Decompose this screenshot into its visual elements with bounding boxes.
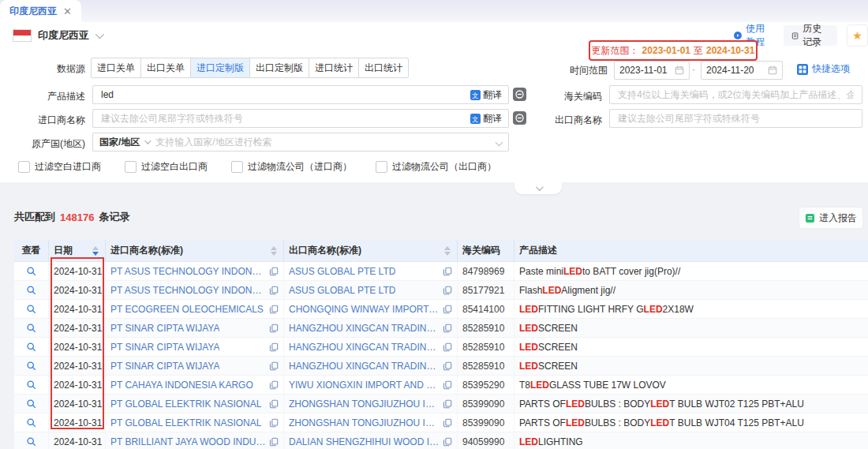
sort-asc-icon[interactable] <box>92 246 99 250</box>
tab-close-icon[interactable]: ✕ <box>63 6 72 17</box>
filter-checkbox-1[interactable]: 过滤空白出口商 <box>125 160 208 174</box>
copy-button[interactable] <box>266 305 279 314</box>
origin-type-select[interactable]: 国家/地区 <box>99 136 149 149</box>
importer-link[interactable]: PT ASUS TECHNOLOGY INDONESIA BA... <box>110 266 266 277</box>
copy-button[interactable] <box>266 418 279 428</box>
importer-link[interactable]: PT SINAR CIPTA WIJAYA <box>110 342 219 353</box>
exporter-link[interactable]: CHONGQING WINWAY IMPORT AND E... <box>289 304 440 315</box>
history-button[interactable]: 历史记录 <box>784 25 837 46</box>
copy-button[interactable] <box>266 380 279 390</box>
sort-asc-icon[interactable] <box>444 246 451 250</box>
end-date-input[interactable]: 2024-11-20 <box>701 61 783 80</box>
exporter-link[interactable]: YIWU XIONGXIN IMPORT AND EXPORT... <box>289 380 440 391</box>
filter-checkbox-3[interactable]: 过滤物流公司（出口商） <box>376 160 496 174</box>
sort-desc-icon[interactable] <box>444 252 451 256</box>
sort-carets[interactable] <box>271 246 279 256</box>
origin-country-label: 原产国(地区) <box>10 137 85 151</box>
translate-button[interactable]: 文 翻译 <box>470 88 502 102</box>
favorite-button[interactable]: ★ <box>847 24 868 47</box>
filter-checkbox-2[interactable]: 过滤物流公司（进口商） <box>231 160 352 174</box>
quick-options-button[interactable]: 快捷选项 <box>797 62 850 76</box>
exporter-link[interactable]: HANGZHOU XINGCAN TRADING CO LTD <box>289 323 440 334</box>
copy-button[interactable] <box>266 286 279 295</box>
view-detail-button[interactable] <box>26 398 36 409</box>
sort-desc-icon[interactable] <box>271 252 277 256</box>
tab-label: 印度尼西亚 <box>9 5 57 18</box>
start-date-input[interactable]: 2023-11-01 <box>614 61 690 80</box>
copy-button[interactable] <box>440 342 452 352</box>
exporter-link[interactable]: ZHONGSHAN TONGJIUZHOU INTERNA... <box>289 398 440 410</box>
importer-cell: PT GLOBAL ELEKTRIK NASIONAL <box>106 413 284 432</box>
copy-button[interactable] <box>266 324 279 333</box>
importer-name-input[interactable] <box>99 112 466 125</box>
view-detail-button[interactable] <box>26 380 36 390</box>
exporter-link[interactable]: ASUS GLOBAL PTE LTD <box>289 266 395 277</box>
product-desc-input[interactable] <box>99 88 466 101</box>
data-source-tab-2[interactable]: 进口定制版 <box>190 58 250 78</box>
copy-button[interactable] <box>440 305 452 314</box>
data-source-tab-5[interactable]: 出口统计 <box>358 58 409 78</box>
filter-checkbox-0[interactable]: 过滤空白进口商 <box>18 160 101 174</box>
column-header-2[interactable]: 进口商名称(标准) <box>106 240 284 261</box>
copy-button[interactable] <box>266 267 279 276</box>
view-detail-button[interactable] <box>26 361 36 371</box>
copy-button[interactable] <box>266 361 279 371</box>
importer-link[interactable]: PT GLOBAL ELEKTRIK NASIONAL <box>110 417 261 428</box>
results-table: 查看日期进口商名称(标准)出口商名称(标准)海关编码产品描述 2024-10-3… <box>14 240 868 449</box>
view-detail-button[interactable] <box>26 266 36 276</box>
view-detail-button[interactable] <box>26 304 36 314</box>
tab-indonesia[interactable]: 印度尼西亚 ✕ <box>0 0 81 22</box>
importer-link[interactable]: PT SINAR CIPTA WIJAYA <box>110 323 219 334</box>
copy-icon <box>443 342 452 352</box>
exporter-link[interactable]: DALIAN SHENGZHIHUI WOOD INDUST... <box>289 436 440 447</box>
table-header-row: 查看日期进口商名称(标准)出口商名称(标准)海关编码产品描述 <box>14 240 868 262</box>
sort-carets[interactable] <box>92 246 100 256</box>
column-header-3[interactable]: 出口商名称(标准) <box>284 240 458 261</box>
copy-button[interactable] <box>440 399 452 409</box>
importer-link[interactable]: PT GLOBAL ELEKTRIK NASIONAL <box>110 398 261 410</box>
copy-button[interactable] <box>440 380 452 390</box>
copy-button[interactable] <box>440 267 452 276</box>
hs-code-input[interactable] <box>616 88 855 101</box>
importer-link[interactable]: PT ECOGREEN OLEOCHEMICALS <box>110 304 264 315</box>
copy-button[interactable] <box>440 361 452 371</box>
keyword-highlight: LED <box>519 323 538 334</box>
country-selector[interactable]: 印度尼西亚 <box>13 28 102 43</box>
importer-link[interactable]: PT BRILLIANT JAYA WOOD INDUSTRY <box>110 436 266 447</box>
data-source-tab-3[interactable]: 出口定制版 <box>249 58 309 78</box>
exporter-link[interactable]: HANGZHOU XINGCAN TRADING CO LTD <box>289 342 440 353</box>
copy-button[interactable] <box>440 418 452 428</box>
copy-button[interactable] <box>266 437 279 447</box>
sort-carets[interactable] <box>444 246 452 256</box>
translate-button[interactable]: 文 翻译 <box>470 112 502 125</box>
copy-button[interactable] <box>440 286 452 295</box>
keyword-highlight: LED <box>519 304 538 315</box>
column-header-label: 日期 <box>54 244 73 257</box>
exporter-name-input[interactable] <box>616 112 855 125</box>
view-detail-button[interactable] <box>26 285 36 295</box>
view-detail-button[interactable] <box>26 417 36 428</box>
origin-search-input[interactable] <box>154 136 492 148</box>
copy-button[interactable] <box>440 324 452 333</box>
importer-link[interactable]: PT CAHAYA INDONESIA KARGO <box>110 380 253 391</box>
enter-report-button[interactable]: 进入报告 <box>799 207 863 229</box>
importer-link[interactable]: PT ASUS TECHNOLOGY INDONESIA BA... <box>110 285 266 296</box>
view-detail-button[interactable] <box>26 436 36 447</box>
copy-button[interactable] <box>440 437 452 447</box>
sort-desc-icon[interactable] <box>92 252 99 256</box>
copy-button[interactable] <box>266 399 279 409</box>
origin-country-field: 国家/地区 <box>92 133 509 152</box>
exporter-link[interactable]: ASUS GLOBAL PTE LTD <box>289 285 395 296</box>
data-source-tab-4[interactable]: 进口统计 <box>309 58 359 78</box>
exporter-link[interactable]: ZHONGSHAN TONGJIUZHOU INTERNA... <box>289 417 440 428</box>
copy-button[interactable] <box>266 342 279 352</box>
data-source-tab-0[interactable]: 进口关单 <box>91 58 141 78</box>
exporter-link[interactable]: HANGZHOU XINGCAN TRADING CO LTD <box>289 361 440 372</box>
collapse-panel-button[interactable] <box>514 182 562 194</box>
sort-asc-icon[interactable] <box>271 246 277 250</box>
importer-link[interactable]: PT SINAR CIPTA WIJAYA <box>110 361 219 372</box>
view-detail-button[interactable] <box>26 342 36 352</box>
data-source-tab-1[interactable]: 出口关单 <box>140 58 191 78</box>
view-detail-button[interactable] <box>26 323 36 333</box>
column-header-1[interactable]: 日期 <box>49 240 106 261</box>
